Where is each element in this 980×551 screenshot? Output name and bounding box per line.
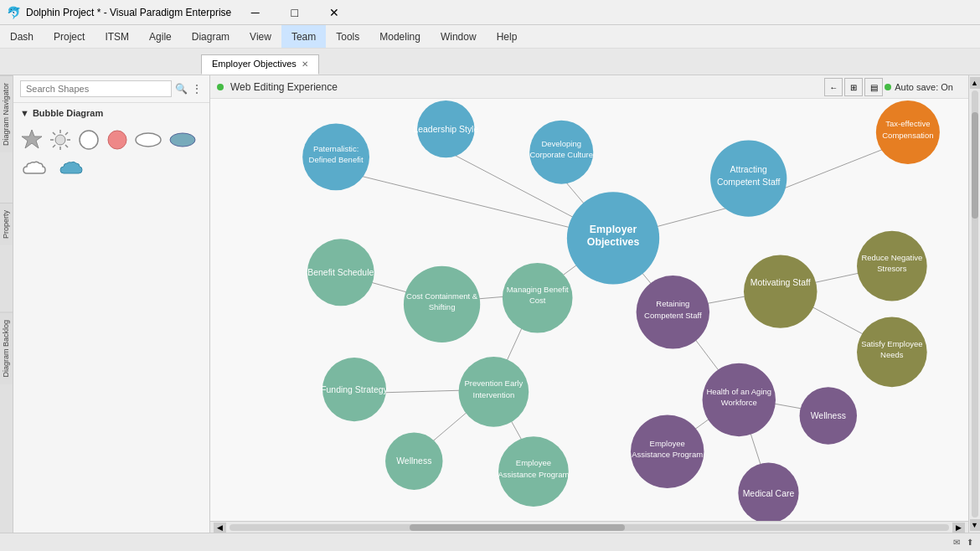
tabbar: Employer Objectives ✕ — [0, 49, 980, 75]
svg-text:Shifting: Shifting — [429, 302, 456, 312]
shape-cloud-filled[interactable] — [57, 158, 89, 180]
shape-cloud[interactable] — [20, 158, 52, 180]
svg-line-8 — [65, 132, 68, 135]
scroll-right-btn[interactable]: ▶ — [952, 523, 965, 533]
autosave-dot — [885, 84, 891, 90]
svg-text:Satisfy Employee: Satisfy Employee — [861, 339, 922, 348]
vertical-scrollbar[interactable]: ▲ ▼ — [968, 75, 980, 533]
svg-text:Tax-effective: Tax-effective — [885, 119, 930, 128]
minimize-button[interactable]: ─ — [236, 1, 274, 24]
menu-item-itsm[interactable]: ITSM — [95, 25, 139, 48]
tab-employer-objectives[interactable]: Employer Objectives ✕ — [201, 54, 319, 75]
svg-text:Corporate Culture: Corporate Culture — [529, 150, 593, 159]
shape-ellipse-filled[interactable] — [168, 128, 198, 152]
tab-close-icon[interactable]: ✕ — [302, 59, 308, 69]
svg-text:Competent Staff: Competent Staff — [644, 311, 702, 320]
search-bar: 🔍 ⋮ — [13, 75, 209, 103]
svg-text:Stresors: Stresors — [877, 264, 907, 273]
toolbar-grid-button[interactable]: ⊞ — [844, 78, 863, 96]
titlebar: 🐬 Dolphin Project * - Visual Paradigm En… — [0, 0, 980, 25]
scroll-down-btn[interactable]: ▼ — [970, 519, 980, 531]
left-panel: 🔍 ⋮ ▼ Bubble Diagram — [13, 75, 210, 533]
diagram-status-indicator — [217, 84, 224, 90]
svg-point-1 — [55, 135, 65, 145]
svg-text:Defined Benefit: Defined Benefit — [309, 155, 364, 164]
menu-item-tools[interactable]: Tools — [326, 25, 369, 48]
scrollbar-thumb[interactable] — [410, 524, 626, 531]
menu-item-modeling[interactable]: Modeling — [369, 25, 431, 48]
node-motivating[interactable] — [744, 255, 817, 327]
statusbar: ✉ ⬆ — [0, 533, 980, 551]
section-header[interactable]: ▼ Bubble Diagram — [20, 108, 203, 118]
top-right-toolbar: ← ⊞ ▤ Auto save: On — [823, 75, 955, 99]
svg-text:Wellness: Wellness — [396, 456, 431, 466]
svg-text:Objectives: Objectives — [587, 236, 640, 248]
menu-item-help[interactable]: Help — [487, 25, 528, 48]
horizontal-scrollbar[interactable]: ◀ ▶ — [210, 521, 968, 533]
svg-text:Assistance Program: Assistance Program — [632, 450, 703, 459]
svg-text:Assistance Program: Assistance Program — [498, 470, 569, 479]
autosave-indicator: Auto save: On — [885, 82, 953, 92]
menu-item-view[interactable]: View — [240, 25, 281, 48]
canvas-area: Web Editing Experience ← ⊞ ▤ Auto save: … — [210, 75, 968, 533]
shape-sun[interactable] — [49, 128, 72, 152]
svg-line-9 — [53, 145, 55, 147]
menu-item-team[interactable]: Team — [281, 25, 326, 48]
menubar: DashProjectITSMAgileDiagramViewTeamTools… — [0, 25, 980, 49]
svg-text:Wellness: Wellness — [811, 411, 846, 420]
shape-ellipse-h[interactable] — [134, 128, 163, 152]
scroll-up-btn[interactable]: ▲ — [970, 77, 980, 89]
svg-marker-0 — [22, 130, 42, 148]
search-icon: 🔍 — [175, 83, 188, 95]
diagram-navigator-tab[interactable]: Diagram Navigator — [0, 75, 13, 152]
diagram-canvas[interactable]: Employer Objectives Leadership Style Pat… — [210, 99, 968, 521]
svg-text:Medical Care: Medical Care — [743, 489, 795, 498]
menu-item-project[interactable]: Project — [44, 25, 95, 48]
status-icons: ✉ ⬆ — [953, 538, 973, 547]
upload-icon[interactable]: ⬆ — [967, 538, 973, 547]
diagram-backlog-tab[interactable]: Diagram Backlog — [0, 312, 13, 384]
svg-text:Employer: Employer — [590, 224, 637, 235]
shape-circle-filled[interactable] — [106, 128, 129, 152]
menu-item-agile[interactable]: Agile — [139, 25, 182, 48]
menu-item-window[interactable]: Window — [431, 25, 487, 48]
shapes-grid-row1 — [20, 125, 203, 155]
search-input[interactable] — [20, 80, 172, 97]
scroll-left-btn[interactable]: ◀ — [214, 523, 226, 533]
vscroll-thumb[interactable] — [972, 112, 978, 219]
autosave-text: Auto save: On — [895, 82, 953, 92]
vscroll-track[interactable] — [972, 90, 978, 518]
email-icon[interactable]: ✉ — [953, 538, 960, 547]
shape-star[interactable] — [20, 128, 44, 152]
property-tab[interactable]: Property — [0, 203, 13, 245]
close-button[interactable]: ✕ — [315, 1, 353, 24]
svg-text:Paternalistic:: Paternalistic: — [313, 144, 358, 153]
shapes-section: ▼ Bubble Diagram — [13, 103, 209, 188]
svg-line-6 — [53, 132, 55, 135]
menu-item-diagram[interactable]: Diagram — [182, 25, 240, 48]
svg-text:Retaining: Retaining — [656, 299, 689, 308]
svg-text:Funding Strategy: Funding Strategy — [321, 385, 388, 394]
toolbar-back-button[interactable]: ← — [824, 78, 843, 96]
svg-text:Reduce Negative: Reduce Negative — [861, 253, 922, 262]
svg-point-13 — [170, 133, 195, 147]
shape-circle[interactable] — [77, 128, 101, 152]
more-options-icon[interactable]: ⋮ — [191, 82, 203, 95]
svg-text:Prevention Early: Prevention Early — [465, 378, 524, 388]
app-icon: 🐬 — [7, 6, 21, 19]
svg-text:Motivating Staff: Motivating Staff — [750, 278, 811, 287]
svg-text:Developing: Developing — [541, 139, 581, 148]
toolbar-panel-button[interactable]: ▤ — [864, 78, 883, 96]
section-title: Bubble Diagram — [33, 108, 103, 118]
svg-text:Cost: Cost — [529, 296, 546, 305]
window-controls: ─ □ ✕ — [236, 1, 353, 24]
svg-text:Cost Containment &: Cost Containment & — [406, 291, 478, 301]
diagram-title: Web Editing Experience — [230, 81, 338, 93]
svg-text:Health of an Aging: Health of an Aging — [706, 387, 771, 396]
svg-line-7 — [65, 145, 68, 147]
menu-item-dash[interactable]: Dash — [0, 25, 44, 48]
svg-text:Employee: Employee — [650, 439, 685, 448]
svg-text:Leadership Style: Leadership Style — [413, 125, 478, 134]
maximize-button[interactable]: □ — [276, 1, 313, 24]
scrollbar-track[interactable] — [230, 524, 949, 531]
